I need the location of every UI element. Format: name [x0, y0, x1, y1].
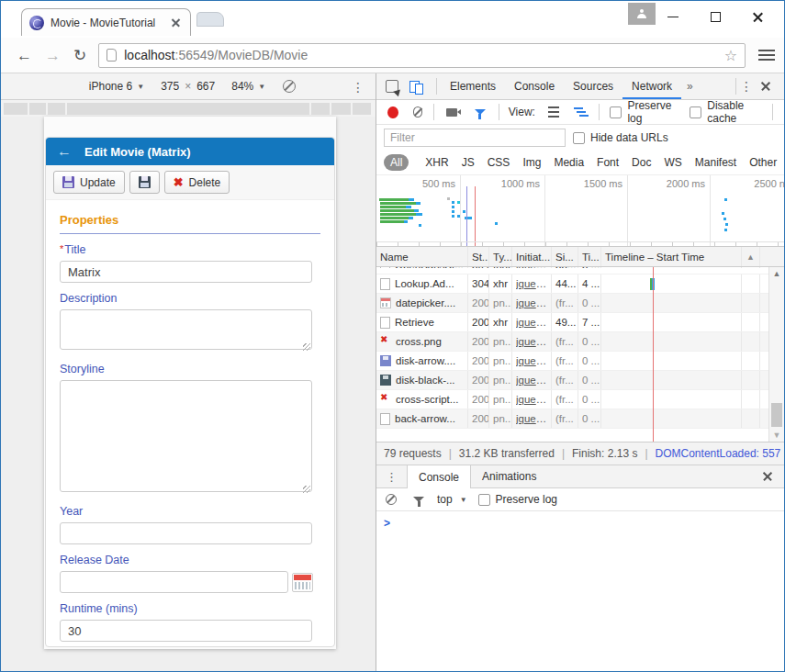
tab-network[interactable]: Network — [622, 74, 681, 99]
media-query-segment[interactable] — [4, 103, 28, 115]
close-button[interactable] — [736, 1, 779, 32]
network-overview-timeline[interactable]: 500 ms 1000 ms 1500 ms 2000 ms 2500 n — [376, 175, 784, 247]
drawer-tab-console[interactable]: Console — [407, 465, 471, 488]
network-filter-input[interactable] — [384, 129, 566, 147]
device-select[interactable]: iPhone 6 ▼ — [89, 80, 144, 93]
table-row[interactable]: Lookup.Ad... 304 xhr jquery... 44... 4 .… — [376, 274, 784, 294]
col-timeline[interactable]: Timeline – Start Time — [601, 247, 742, 266]
type-filter-media[interactable]: Media — [554, 156, 584, 169]
devtools-menu-button[interactable]: ⋮ — [740, 79, 753, 94]
apply-changes-button[interactable] — [129, 171, 160, 194]
tab-console[interactable]: Console — [505, 74, 564, 99]
drawer-menu-button[interactable]: ⋮ — [376, 465, 407, 487]
more-tabs-icon[interactable]: » — [681, 80, 699, 93]
viewport-width[interactable]: 375 — [161, 80, 179, 93]
type-filter-xhr[interactable]: XHR — [425, 156, 448, 169]
filter-funnel-icon[interactable] — [475, 109, 486, 115]
scroll-thumb[interactable] — [771, 403, 782, 427]
table-row[interactable]: disk-black-... 200 pn... jquery... (fr..… — [376, 371, 784, 390]
resize-grip-icon[interactable] — [303, 486, 310, 493]
table-row[interactable]: back-arrow... 200 pn... jquery... (fr...… — [376, 409, 784, 429]
forward-button[interactable]: → — [45, 48, 61, 63]
scroll-up-icon[interactable]: ▲ — [769, 269, 784, 278]
console-filter-icon[interactable] — [413, 497, 424, 502]
media-query-segment[interactable] — [331, 103, 351, 115]
console-output-area[interactable]: > — [376, 511, 784, 672]
list-view-icon[interactable] — [548, 106, 559, 118]
device-menu-button[interactable]: ⋮ — [352, 80, 364, 95]
media-query-segment[interactable] — [353, 103, 371, 115]
drawer-close-icon[interactable] — [762, 471, 773, 482]
devtools-close-icon[interactable] — [760, 81, 771, 92]
hide-data-urls-checkbox[interactable] — [573, 132, 585, 144]
media-query-segment[interactable] — [67, 103, 309, 115]
table-scrollbar[interactable]: ▲ ▼ — [768, 267, 784, 442]
console-prompt-icon[interactable]: > — [384, 517, 390, 530]
media-query-segment[interactable] — [48, 103, 65, 115]
col-size[interactable]: Si... — [552, 247, 578, 266]
table-row[interactable]: OpenSansSt... 304 font jquery.m... 33...… — [376, 267, 784, 274]
console-preserve-log-checkbox[interactable] — [478, 494, 490, 506]
table-row[interactable]: datepicker.... 200 pn... jquery... (fr..… — [376, 294, 784, 313]
waterfall-view-icon[interactable] — [574, 106, 587, 118]
col-name[interactable]: Name — [376, 247, 468, 266]
type-filter-doc[interactable]: Doc — [632, 156, 651, 169]
tab-sources[interactable]: Sources — [564, 74, 622, 99]
resize-grip-icon[interactable] — [303, 343, 310, 351]
delete-button[interactable]: ✖ Delete — [164, 171, 230, 194]
execution-context-select[interactable]: top — [437, 493, 453, 506]
table-row[interactable]: cross-script... 200 pn... jquery... (fr.… — [376, 390, 784, 409]
type-filter-font[interactable]: Font — [597, 156, 619, 169]
type-filter-manifest[interactable]: Manifest — [695, 156, 736, 169]
type-filter-other[interactable]: Other — [749, 156, 777, 169]
inspect-element-icon[interactable] — [386, 80, 398, 93]
viewport-height[interactable]: 667 — [196, 80, 215, 93]
year-input[interactable] — [60, 522, 312, 544]
drawer-tab-animations[interactable]: Animations — [471, 465, 547, 487]
col-initiator[interactable]: Initiat... — [512, 247, 552, 266]
browser-tab[interactable]: Movie - MovieTutorial — [21, 8, 191, 36]
col-time[interactable]: Ti... — [578, 247, 601, 266]
description-textarea[interactable] — [60, 309, 312, 350]
media-query-bar[interactable] — [1, 100, 376, 117]
url-input[interactable]: localhost:56549/MovieDB/Movie ☆ — [98, 43, 746, 68]
table-row[interactable]: Retrieve 200 xhr jquery... 49... 7 ... — [376, 313, 784, 332]
maximize-button[interactable] — [694, 1, 736, 32]
calendar-icon[interactable] — [292, 573, 313, 592]
type-filter-ws[interactable]: WS — [664, 156, 681, 169]
type-filter-all[interactable]: All — [384, 154, 409, 171]
type-filter-img[interactable]: Img — [522, 156, 541, 169]
title-input[interactable] — [60, 261, 312, 283]
col-status[interactable]: St... — [468, 247, 489, 266]
record-button[interactable] — [387, 106, 398, 118]
tab-elements[interactable]: Elements — [441, 74, 505, 99]
table-row[interactable]: disk-arrow.... 200 pn... jquery... (fr..… — [376, 352, 784, 371]
zoom-select[interactable]: 84% ▼ — [231, 80, 265, 93]
col-type[interactable]: Ty... — [489, 247, 512, 266]
minimize-button[interactable] — [652, 1, 694, 32]
screenshot-camera-icon[interactable] — [446, 108, 457, 117]
device-mode-icon[interactable] — [409, 81, 423, 93]
back-button[interactable]: ← — [17, 48, 32, 63]
back-arrow-icon[interactable]: ← — [57, 143, 72, 160]
release-date-input[interactable] — [60, 571, 288, 593]
bookmark-star-icon[interactable]: ☆ — [724, 47, 737, 64]
disable-cache-checkbox[interactable] — [690, 106, 701, 118]
scroll-down-icon[interactable]: ▼ — [769, 431, 784, 440]
reload-button[interactable]: ↻ — [73, 48, 86, 63]
browser-menu-button[interactable] — [758, 50, 775, 61]
sort-asc-icon[interactable]: ▲ — [742, 247, 760, 266]
preserve-log-checkbox[interactable] — [610, 106, 622, 118]
runtime-input[interactable] — [60, 620, 312, 642]
type-filter-css[interactable]: CSS — [488, 156, 510, 169]
storyline-textarea[interactable] — [60, 380, 312, 492]
tab-close-icon[interactable] — [170, 17, 183, 29]
new-tab-button[interactable] — [196, 12, 224, 27]
type-filter-js[interactable]: JS — [462, 156, 475, 169]
console-clear-icon[interactable] — [386, 494, 397, 505]
update-button[interactable]: Update — [53, 171, 125, 194]
table-row[interactable]: cross.png 200 pn... jquery... (fr... 0 .… — [376, 332, 784, 352]
media-query-segment[interactable] — [29, 103, 46, 115]
media-query-segment[interactable] — [311, 103, 330, 115]
clear-icon[interactable] — [413, 106, 423, 118]
